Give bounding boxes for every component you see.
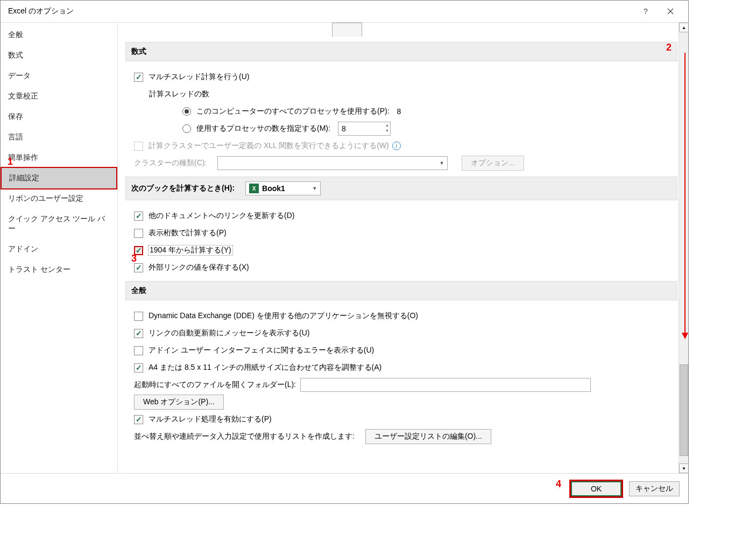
label-ask-update-links: リンクの自動更新前にメッセージを表示する(U) (149, 328, 309, 338)
label-update-links: 他のドキュメントへのリンクを更新する(D) (149, 211, 294, 221)
label-thread-count: 計算スレッドの数 (149, 86, 672, 102)
sidebar-item-trust-center[interactable]: トラスト センター (1, 259, 117, 280)
input-startup-folder[interactable] (300, 378, 591, 392)
checkbox-scale-paper-size[interactable] (134, 363, 143, 373)
ok-button[interactable]: OK (571, 481, 621, 496)
label-cluster-xll: 計算クラスターでユーザー定義の XLL 関数を実行できるようにする(W) (149, 141, 389, 151)
sidebar-item-advanced[interactable]: 詳細設定 (1, 167, 117, 189)
excel-icon: X (249, 184, 259, 193)
label-precision-displayed: 表示桁数で計算する(P) (149, 228, 227, 238)
label-manual-processors: 使用するプロセッサの数を指定する(M): (196, 124, 330, 134)
sidebar-item-customize-ribbon[interactable]: リボンのユーザー設定 (1, 188, 117, 209)
sidebar-item-save[interactable]: 保存 (1, 107, 117, 127)
label-ignore-dde: Dynamic Data Exchange (DDE) を使用する他のアプリケー… (149, 311, 418, 321)
annotation-arrow (684, 53, 688, 339)
clipped-top (125, 23, 679, 37)
spinbox-processor-count[interactable]: 8 ▲▼ (338, 122, 391, 136)
sidebar-item-proofing[interactable]: 文章校正 (1, 86, 117, 107)
titlebar: Excel のオプション ? (1, 1, 688, 22)
dialog-title: Excel のオプション (6, 6, 633, 16)
sidebar-item-ease-of-access[interactable]: 簡単操作 (1, 147, 117, 168)
label-addin-ui-errors: アドイン ユーザー インターフェイスに関するエラーを表示する(U) (149, 346, 374, 355)
sidebar-item-general[interactable]: 全般 (1, 25, 117, 45)
label-scale-paper-size: A4 または 8.5 x 11 インチの用紙サイズに合わせて内容を調整する(A) (149, 363, 381, 373)
label-startup-folder: 起動時にすべてのファイルを開くフォルダー(L): (134, 380, 296, 390)
checkbox-update-links[interactable] (134, 212, 143, 221)
annotation-4: 4 (556, 479, 561, 490)
sidebar-item-qat[interactable]: クイック アクセス ツール バー (1, 209, 117, 239)
close-button[interactable] (658, 1, 683, 22)
scroll-up-button[interactable]: ▲ (679, 23, 688, 32)
label-cluster-type: クラスターの種類(C): (134, 158, 207, 168)
label-enable-multithread-proc: マルチスレッド処理を有効にする(P) (149, 414, 272, 424)
checkbox-enable-multithread-proc[interactable] (134, 415, 143, 424)
checkbox-addin-ui-errors[interactable] (134, 346, 143, 355)
options-dialog: Excel のオプション ? 全般 数式 データ 文章校正 保存 言語 簡単操作… (0, 0, 689, 504)
label-1904-date-system: 1904 年から計算する(Y) (149, 245, 232, 255)
spin-buttons[interactable]: ▲▼ (385, 123, 389, 134)
info-icon[interactable]: i (392, 142, 401, 150)
label-all-processors: このコンピューターのすべてのプロセッサを使用する(P): (196, 107, 390, 116)
dropdown-cluster-type[interactable]: ▼ (217, 156, 448, 170)
annotation-1: 1 (8, 156, 13, 167)
annotation-2: 2 (666, 42, 672, 53)
section-general: 全般 (125, 281, 677, 300)
checkbox-ask-update-links[interactable] (134, 329, 143, 338)
label-multithread-calc: マルチスレッド計算を行う(U) (149, 72, 249, 82)
sidebar: 全般 数式 データ 文章校正 保存 言語 簡単操作 詳細設定 リボンのユーザー設… (1, 23, 118, 473)
sidebar-item-addins[interactable]: アドイン (1, 239, 117, 259)
dialog-footer: OK キャンセル (1, 473, 688, 503)
scroll-down-button[interactable]: ▼ (679, 463, 688, 473)
section-workbook-calc: 次のブックを計算するとき(H): X Book1 ▼ (125, 177, 677, 200)
checkbox-save-external-links[interactable] (134, 263, 143, 272)
cancel-button[interactable]: キャンセル (629, 481, 680, 496)
button-edit-custom-lists[interactable]: ユーザー設定リストの編集(O)... (365, 429, 491, 444)
label-workbook-calc-heading: 次のブックを計算するとき(H): (131, 184, 235, 193)
checkbox-multithread-calc[interactable] (134, 73, 143, 82)
sidebar-item-formulas[interactable]: 数式 (1, 45, 117, 66)
label-save-external-links: 外部リンクの値を保存する(X) (149, 263, 249, 272)
radio-all-processors[interactable] (182, 107, 191, 116)
label-custom-lists: 並べ替え順や連続データ入力設定で使用するリストを作成します: (134, 432, 355, 441)
checkbox-precision-displayed[interactable] (134, 229, 143, 238)
checkbox-ignore-dde[interactable] (134, 312, 143, 321)
section-formulas: 数式 (125, 42, 677, 61)
dropdown-target-workbook[interactable]: X Book1 ▼ (245, 181, 321, 195)
scroll-thumb[interactable] (680, 364, 688, 456)
sidebar-item-language[interactable]: 言語 (1, 127, 117, 147)
value-all-processors: 8 (397, 107, 401, 116)
content-pane: 数式 マルチスレッド計算を行う(U) 計算スレッドの数 このコンピューターのすべ… (118, 23, 679, 473)
sidebar-item-data[interactable]: データ (1, 66, 117, 86)
workbook-name: Book1 (262, 184, 285, 193)
radio-manual-processors[interactable] (182, 124, 191, 133)
button-web-options[interactable]: Web オプション(P)... (134, 395, 224, 410)
annotation-3: 3 (131, 253, 137, 264)
help-button[interactable]: ? (633, 1, 658, 22)
button-cluster-options: オプション... (462, 156, 524, 171)
spin-value: 8 (342, 124, 346, 133)
checkbox-cluster-xll (134, 142, 143, 151)
